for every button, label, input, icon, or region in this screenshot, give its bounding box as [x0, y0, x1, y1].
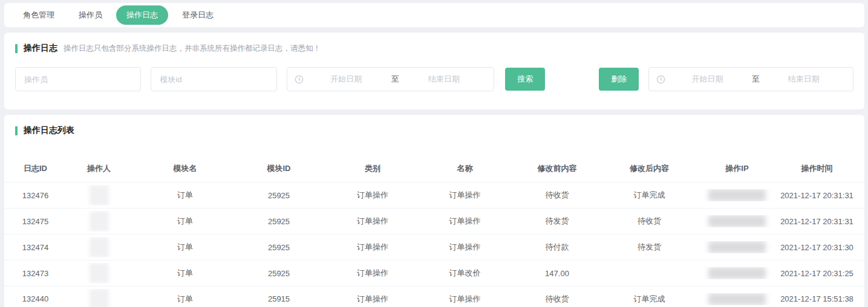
page: 角色管理操作员操作日志登录日志 操作日志 操作日志只包含部分系统操作日志，并非系… — [0, 0, 868, 307]
log-table-header: 日志ID操作人模块名模块ID类别名称修改前内容修改后内容操作IP操作时间 — [4, 144, 864, 182]
column-header-operator: 操作人 — [58, 163, 140, 174]
cell-before: 待付款 — [512, 242, 602, 253]
clock-icon — [656, 75, 665, 84]
redacted-ip — [708, 189, 766, 201]
search-panel: 操作日志 操作日志只包含部分系统操作日志，并非系统所有操作都记录日志，请悉知！ … — [4, 33, 864, 109]
cell-after: 待收货 — [602, 216, 696, 227]
cell-module_name: 订单 — [140, 268, 230, 279]
list-section-title: 操作日志列表 — [24, 125, 74, 136]
log-table: 日志ID操作人模块名模块ID类别名称修改前内容修改后内容操作IP操作时间 132… — [4, 136, 864, 307]
cell-module_name: 订单 — [140, 242, 230, 253]
redacted-ip — [708, 293, 766, 305]
cell-before: 待发货 — [512, 216, 602, 227]
cell-module_id: 25925 — [230, 269, 327, 278]
start-date-placeholder[interactable]: 开始日期 — [304, 74, 389, 85]
cell-after: 订单完成 — [602, 294, 696, 305]
table-row: 132474订单25925订单操作订单操作待付款待发货2021-12-17 20… — [4, 234, 864, 260]
column-header-name: 名称 — [418, 163, 512, 174]
list-section-head: 操作日志列表 — [4, 115, 864, 136]
cell-log_id: 132473 — [13, 269, 58, 278]
cell-operator — [58, 237, 140, 257]
cell-operator — [58, 211, 140, 231]
tab-login-log[interactable]: 登录日志 — [172, 5, 224, 25]
cell-module_name: 订单 — [140, 190, 230, 201]
column-header-time: 操作时间 — [778, 163, 856, 174]
redacted-operator — [90, 289, 109, 307]
cell-log_id: 132440 — [13, 294, 58, 303]
range-separator: 至 — [749, 74, 762, 85]
cell-operator — [58, 289, 140, 307]
tab-operator[interactable]: 操作员 — [68, 5, 113, 25]
cell-name: 订单操作 — [418, 216, 512, 227]
column-header-log_id: 日志ID — [13, 163, 58, 174]
log-section-head: 操作日志 操作日志只包含部分系统操作日志，并非系统所有操作都记录日志，请悉知！ — [4, 33, 864, 54]
cell-log_id: 132476 — [13, 191, 58, 200]
section-accent-bar — [15, 126, 18, 135]
search-date-range-picker[interactable]: 开始日期 至 结束日期 — [287, 67, 495, 91]
cell-time: 2021-12-17 20:31:31 — [778, 217, 856, 226]
cell-ip — [696, 241, 778, 253]
redacted-operator — [90, 263, 109, 283]
cell-time: 2021-12-17 20:31:30 — [778, 243, 856, 252]
search-form: 开始日期 至 结束日期 搜索 删除 开始日期 至 结束日期 — [4, 54, 864, 109]
cell-ip — [696, 215, 778, 227]
redacted-operator — [90, 185, 109, 205]
tab-role-management[interactable]: 角色管理 — [13, 5, 65, 25]
cell-name: 订单改价 — [418, 268, 512, 279]
start-date-placeholder[interactable]: 开始日期 — [665, 74, 749, 85]
cell-category: 订单操作 — [327, 268, 418, 279]
clock-icon — [295, 75, 304, 84]
cell-module_name: 订单 — [140, 294, 230, 305]
cell-ip — [696, 293, 778, 305]
cell-category: 订单操作 — [327, 216, 418, 227]
section-description: 操作日志只包含部分系统操作日志，并非系统所有操作都记录日志，请悉知！ — [64, 44, 321, 54]
column-header-module_name: 模块名 — [140, 163, 230, 174]
column-header-module_id: 模块ID — [230, 163, 327, 174]
cell-category: 订单操作 — [327, 294, 418, 305]
cell-after: 订单完成 — [602, 190, 696, 201]
cell-category: 订单操作 — [327, 190, 418, 201]
operator-input[interactable] — [15, 67, 141, 91]
column-header-after: 修改后内容 — [602, 163, 696, 174]
redacted-ip — [708, 267, 766, 279]
module-id-input[interactable] — [151, 67, 276, 91]
cell-time: 2021-12-17 20:31:25 — [778, 269, 856, 278]
range-separator: 至 — [389, 74, 402, 85]
tab-bar: 角色管理操作员操作日志登录日志 — [4, 3, 864, 27]
cell-before: 待收货 — [512, 294, 602, 305]
column-header-before: 修改前内容 — [512, 163, 602, 174]
cell-before: 147.00 — [512, 269, 602, 278]
cell-module_id: 25925 — [230, 217, 327, 226]
tab-operation-log[interactable]: 操作日志 — [116, 5, 168, 25]
cell-module_name: 订单 — [140, 216, 230, 227]
cell-log_id: 132475 — [13, 217, 58, 226]
cell-log_id: 132474 — [13, 243, 58, 252]
cell-ip — [696, 189, 778, 201]
log-table-body: 132476订单25925订单操作订单操作待收货订单完成2021-12-17 2… — [4, 182, 864, 307]
cell-module_id: 25925 — [230, 191, 327, 200]
cell-operator — [58, 185, 140, 205]
end-date-placeholder[interactable]: 结束日期 — [402, 74, 487, 85]
cell-name: 订单操作 — [418, 242, 512, 253]
cell-time: 2021-12-17 15:51:38 — [778, 294, 856, 303]
cell-category: 订单操作 — [327, 242, 418, 253]
search-button[interactable]: 搜索 — [505, 68, 545, 91]
cell-ip — [696, 267, 778, 279]
cell-after: 待发货 — [602, 242, 696, 253]
cell-module_id: 25915 — [230, 294, 327, 303]
cell-before: 待收货 — [512, 190, 602, 201]
section-title: 操作日志 — [24, 43, 57, 54]
delete-button[interactable]: 删除 — [599, 68, 639, 91]
table-row: 132476订单25925订单操作订单操作待收货订单完成2021-12-17 2… — [4, 182, 864, 208]
column-header-ip: 操作IP — [696, 163, 778, 174]
redacted-operator — [90, 237, 109, 257]
table-row: 132475订单25925订单操作订单操作待发货待收货2021-12-17 20… — [4, 208, 864, 234]
section-accent-bar — [15, 44, 18, 53]
log-list-panel: 操作日志列表 日志ID操作人模块名模块ID类别名称修改前内容修改后内容操作IP操… — [4, 115, 864, 307]
end-date-placeholder[interactable]: 结束日期 — [762, 74, 846, 85]
cell-module_id: 25925 — [230, 243, 327, 252]
cell-time: 2021-12-17 20:31:31 — [778, 191, 856, 200]
table-row: 132440订单25915订单操作订单操作待收货订单完成2021-12-17 1… — [4, 286, 864, 307]
delete-date-range-picker[interactable]: 开始日期 至 结束日期 — [648, 67, 853, 91]
table-row: 132473订单25925订单操作订单改价147.002021-12-17 20… — [4, 260, 864, 286]
